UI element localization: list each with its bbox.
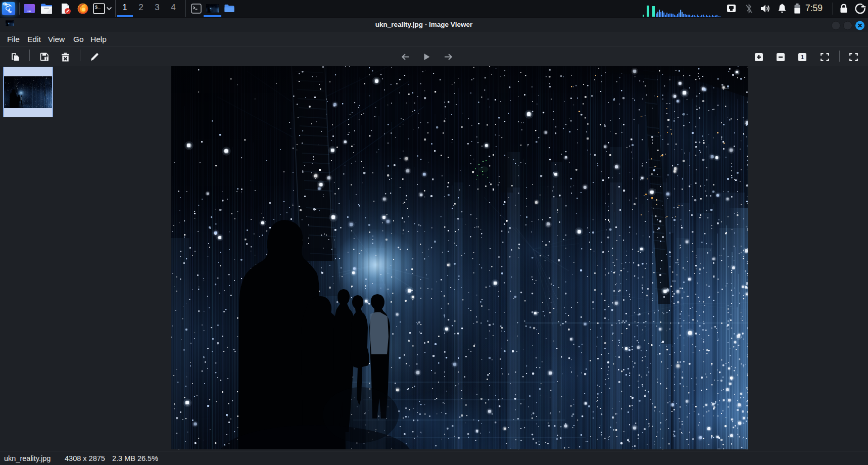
svg-text:1: 1 — [801, 54, 804, 60]
svg-text:$_: $_ — [95, 5, 101, 10]
